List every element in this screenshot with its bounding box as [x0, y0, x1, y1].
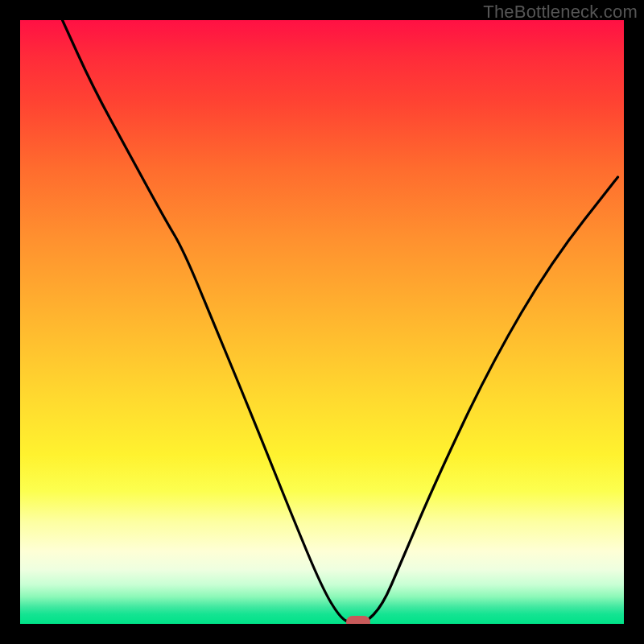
bottleneck-curve [20, 20, 624, 624]
watermark-text: TheBottleneck.com [483, 2, 638, 23]
plot-area [20, 20, 624, 624]
bottleneck-marker [346, 616, 370, 624]
